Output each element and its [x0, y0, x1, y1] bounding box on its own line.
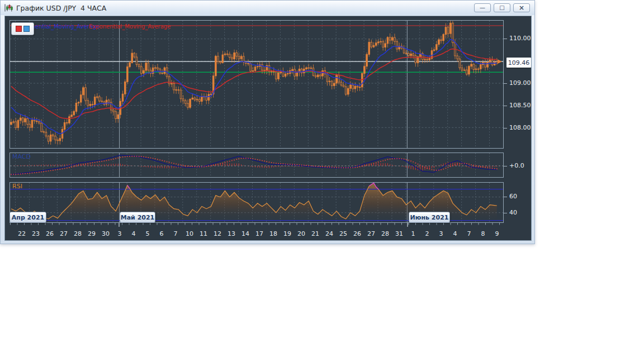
chart-app-icon: [4, 3, 13, 12]
price-scale[interactable]: 110.00109.00108.50108.00+0.06040109.46: [504, 16, 532, 241]
month-label: Май 2021: [120, 212, 155, 223]
scale-label: 109.00: [509, 79, 531, 87]
time-axis-label: 13: [228, 230, 235, 237]
time-axis-ticks: [5, 223, 532, 227]
scale-tick: [504, 39, 507, 39]
window-controls: — □ ×: [474, 3, 530, 12]
chart-window: График USD /JPY 4 ЧАСА — □ × Exponential…: [0, 0, 535, 244]
time-axis-label: 4: [132, 230, 136, 237]
scale-tick: [504, 213, 507, 213]
time-axis-label: 5: [146, 230, 150, 237]
month-label: Апр 2021: [10, 212, 46, 223]
time-axis-label: 25: [339, 230, 347, 237]
chart-client-area: Exponential_Moving_Average Exponential_M…: [4, 16, 532, 241]
time-axis-label: 1: [411, 230, 415, 237]
time-axis-label: 19: [283, 230, 291, 237]
time-axis-label: 3: [439, 230, 443, 237]
macd-panel-label: MACD: [12, 153, 31, 160]
time-axis-label: 31: [395, 230, 403, 237]
minimize-button[interactable]: —: [474, 3, 491, 12]
time-axis-label: 17: [255, 230, 263, 237]
time-axis-label: 29: [88, 230, 96, 237]
scale-tick: [504, 166, 507, 166]
time-axis-label: 27: [60, 230, 68, 237]
indicator-legend-box[interactable]: [11, 22, 34, 35]
time-axis-label: 12: [214, 230, 221, 237]
time-axis-label: 27: [367, 230, 375, 237]
scale-label: 40: [509, 209, 517, 217]
time-axis-label: 28: [74, 230, 82, 237]
scale-label: 108.00: [509, 124, 531, 132]
time-axis-label: 3: [118, 230, 122, 237]
scale-tick: [504, 106, 507, 106]
time-axis-label: 4: [453, 230, 457, 237]
time-axis-label: 22: [18, 230, 26, 237]
close-button[interactable]: ×: [513, 3, 530, 12]
window-titlebar[interactable]: График USD /JPY 4 ЧАСА — □ ×: [1, 1, 534, 15]
time-axis[interactable]: 2223262728293034567101112131417181920212…: [5, 230, 508, 238]
time-axis-label: 7: [174, 230, 178, 237]
macd-panel[interactable]: MACD: [10, 153, 504, 178]
scale-tick: [504, 83, 507, 84]
scale-label: 108.50: [509, 102, 531, 109]
time-axis-label: 14: [242, 230, 249, 237]
time-axis-label: 26: [353, 230, 361, 237]
time-axis-label: 26: [46, 230, 54, 237]
time-axis-label: 6: [160, 230, 164, 237]
price-chart-panel[interactable]: Exponential_Moving_Average Exponential_M…: [10, 20, 504, 149]
scale-label: 60: [509, 193, 517, 201]
window-title: График USD /JPY 4 ЧАСА: [16, 4, 106, 12]
month-label: Июнь 2021: [409, 212, 450, 223]
time-axis-label: 24: [325, 230, 333, 237]
time-axis-label: 7: [467, 230, 471, 237]
time-axis-label: 20: [297, 230, 305, 237]
time-axis-label: 2: [425, 230, 429, 237]
time-axis-label: 23: [32, 230, 40, 237]
time-axis-label: 9: [495, 230, 499, 237]
scale-label: 110.00: [509, 35, 531, 42]
time-axis-label: 10: [186, 230, 193, 237]
time-axis-label: 21: [311, 230, 319, 237]
rsi-panel-label: RSI: [12, 183, 22, 190]
ema-slow-legend-label: Exponential_Moving_Average: [89, 23, 171, 30]
ema-red-swatch: [16, 26, 22, 32]
time-axis-label: 8: [481, 230, 485, 237]
ema-blue-swatch: [23, 26, 30, 32]
current-price-box: 109.46: [506, 58, 531, 68]
time-axis-label: 11: [200, 230, 207, 237]
time-axis-label: 30: [102, 230, 110, 237]
time-axis-label: 18: [269, 230, 277, 237]
scale-tick: [504, 128, 507, 128]
scale-label: +0.0: [509, 162, 524, 170]
maximize-button[interactable]: □: [494, 3, 510, 12]
scale-tick: [504, 197, 507, 197]
time-axis-label: 28: [381, 230, 389, 237]
